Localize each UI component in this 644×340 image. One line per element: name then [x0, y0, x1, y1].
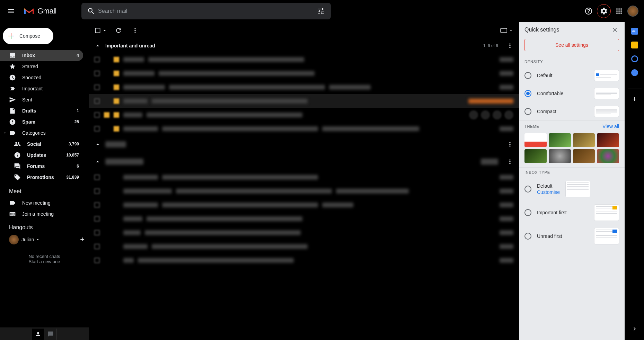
compose-button[interactable]: Compose: [3, 28, 53, 44]
email-row[interactable]: [89, 122, 519, 136]
more-button[interactable]: [130, 25, 141, 36]
theme-thumbnail[interactable]: [524, 149, 547, 163]
help-icon: [584, 7, 593, 15]
inbox-important-first-option[interactable]: Important first: [519, 201, 625, 224]
account-avatar[interactable]: [627, 6, 638, 17]
more-vert-icon[interactable]: [506, 141, 513, 148]
contacts-addon-button[interactable]: [631, 69, 638, 76]
hangouts-contacts-tab[interactable]: [32, 329, 44, 340]
chevron-up-icon: [94, 42, 101, 49]
density-compact-option[interactable]: Compact: [519, 102, 625, 120]
nav-promotions[interactable]: Promotions 31,839: [0, 172, 83, 183]
gmail-logo[interactable]: Gmail: [19, 7, 61, 16]
option-label: Important first: [537, 210, 589, 215]
more-vert-icon[interactable]: [506, 42, 513, 49]
nav-label: Join a meeting: [22, 211, 79, 217]
email-row[interactable]: [89, 170, 519, 184]
main-menu-button[interactable]: [3, 3, 19, 19]
email-row[interactable]: [89, 184, 519, 198]
theme-thumbnail[interactable]: [597, 149, 619, 163]
email-row[interactable]: [89, 80, 519, 94]
more-vert-icon[interactable]: [506, 158, 513, 165]
nav-label: Categories: [22, 130, 79, 136]
density-default-option[interactable]: Default: [519, 66, 625, 84]
nav-social[interactable]: Social 3,790: [0, 138, 83, 150]
inbox-unread-first-option[interactable]: Unread first: [519, 224, 625, 248]
hangouts-section-header: Hangouts: [0, 220, 89, 233]
search-options-button[interactable]: [314, 4, 328, 18]
refresh-button[interactable]: [113, 25, 124, 36]
select-all-checkbox[interactable]: [94, 27, 107, 34]
theme-thumbnail[interactable]: [549, 133, 571, 147]
hangouts-chat-tab[interactable]: [44, 329, 57, 340]
hangouts-user-row[interactable]: Julian +: [0, 233, 89, 246]
nav-sent[interactable]: Sent: [0, 94, 83, 105]
search-bar[interactable]: [81, 3, 331, 19]
email-row[interactable]: [89, 108, 519, 122]
radio-icon: [524, 233, 531, 240]
section-everything-else[interactable]: [89, 153, 519, 170]
nav-label: Social: [27, 141, 69, 147]
input-tools-button[interactable]: [500, 28, 513, 33]
radio-selected-icon: [524, 90, 531, 97]
email-row[interactable]: [89, 66, 519, 80]
tasks-addon-button[interactable]: [631, 55, 638, 62]
new-meeting-button[interactable]: New meeting: [0, 197, 83, 208]
join-meeting-button[interactable]: Join a meeting: [0, 208, 83, 220]
calendar-addon-button[interactable]: [631, 28, 638, 35]
search-input[interactable]: [98, 8, 314, 14]
nav-label: Drafts: [22, 108, 77, 114]
email-row[interactable]: [89, 226, 519, 240]
email-row[interactable]: [89, 94, 519, 108]
google-apps-button[interactable]: [612, 4, 626, 18]
support-button[interactable]: [582, 4, 596, 18]
theme-section-title: THEME: [524, 124, 539, 128]
nav-forums[interactable]: Forums 6: [0, 161, 83, 172]
nav-snoozed[interactable]: Snoozed: [0, 72, 83, 83]
email-row[interactable]: [89, 198, 519, 212]
label-icon: [9, 129, 16, 136]
settings-button[interactable]: [597, 4, 611, 18]
section-important-unread[interactable]: Important and unread 1–6 of 6: [89, 39, 519, 53]
theme-thumbnail[interactable]: [573, 133, 595, 147]
nav-spam[interactable]: Spam 25: [0, 116, 83, 127]
search-icon: [87, 7, 95, 15]
hangouts-username: Julian: [21, 237, 34, 242]
see-all-settings-button[interactable]: See all settings: [524, 39, 619, 51]
hide-side-panel-button[interactable]: [630, 325, 639, 333]
option-label: Compact: [537, 109, 589, 114]
email-row[interactable]: [89, 253, 519, 267]
theme-thumbnail[interactable]: [597, 133, 619, 147]
meet-section-header: Meet: [0, 183, 89, 197]
theme-thumbnail[interactable]: [573, 149, 595, 163]
nav-categories[interactable]: Categories: [0, 127, 83, 138]
close-settings-button[interactable]: [611, 26, 619, 34]
new-chat-button[interactable]: +: [80, 235, 85, 244]
nav-starred[interactable]: Starred: [0, 61, 83, 72]
search-button[interactable]: [84, 4, 98, 18]
email-row[interactable]: [89, 240, 519, 253]
nav-label: Inbox: [22, 53, 77, 58]
nav-important[interactable]: Important: [0, 83, 83, 94]
nav-drafts[interactable]: Drafts 1: [0, 105, 83, 116]
important-marker-icon: [9, 85, 16, 92]
nav-inbox[interactable]: Inbox 4: [0, 50, 83, 61]
email-row[interactable]: [89, 212, 519, 226]
more-vert-icon: [132, 27, 139, 34]
email-row[interactable]: [89, 53, 519, 66]
customise-link[interactable]: Customise: [537, 189, 560, 195]
theme-thumbnail[interactable]: [549, 149, 571, 163]
view-all-themes-button[interactable]: View all: [602, 124, 619, 129]
section-starred[interactable]: [89, 136, 519, 153]
apps-grid-icon: [615, 7, 623, 15]
settings-title: Quick settings: [524, 27, 559, 33]
nav-updates[interactable]: Updates 10,857: [0, 150, 83, 161]
keep-addon-button[interactable]: [631, 42, 638, 48]
theme-thumbnail[interactable]: [524, 133, 547, 147]
radio-icon: [524, 186, 531, 193]
density-comfortable-option[interactable]: Comfortable: [519, 84, 625, 102]
inbox-type-section-title: INBOX TYPE: [519, 167, 625, 177]
get-addons-button[interactable]: +: [628, 89, 642, 104]
close-icon: [611, 26, 618, 33]
inbox-default-option[interactable]: Default Customise: [519, 177, 625, 201]
